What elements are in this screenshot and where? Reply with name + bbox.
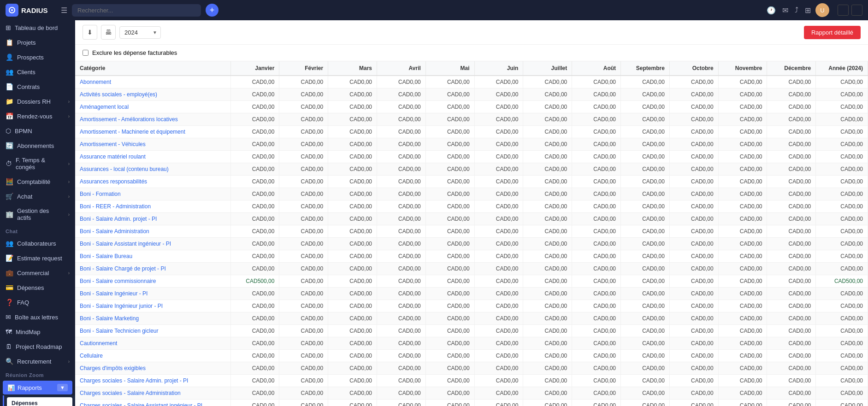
screen-icon[interactable]: ⊞ [805,6,811,15]
cell-value: CAD0,00 [572,163,621,176]
category-link[interactable]: Boni - Salaire Ingénieur - PI [80,290,148,297]
print-btn[interactable]: 🖶 [101,25,116,40]
category-link[interactable]: Boni - Salaire Bureau [80,253,132,259]
sidebar-item-rapports[interactable]: 📊 Rapports ▼ [3,381,72,394]
cell-value: CAD0,00 [279,101,328,113]
sidebar-item-estimate[interactable]: 📝 Estimate request [0,251,75,265]
category-link[interactable]: Boni - Formation [80,191,121,197]
app-logo[interactable]: RADIUS [6,4,56,17]
category-link[interactable]: Assurance matériel roulant [80,153,146,160]
category-link[interactable]: Activités sociales - employé(es) [80,91,157,98]
category-link[interactable]: Boni - Salaire Chargé de projet - PI [80,265,166,272]
cell-value: CAD0,00 [425,138,474,151]
cell-value: CAD0,00 [572,312,621,325]
sidebar-item-rendezvous[interactable]: 📅 Rendez-vous › [0,109,75,124]
category-link[interactable]: Boni - Salaire Ingénieur junior - PI [80,303,163,309]
cell-value: CAD0,00 [230,101,279,113]
download-btn[interactable]: ⬇ [83,25,97,40]
cell-value: CAD0,00 [230,400,279,406]
sidebar-sub-depenses[interactable]: Dépenses [7,397,72,406]
category-link[interactable]: Assurances responsabilités [80,178,147,185]
cell-category: Boni - Salaire Assistant ingénieur - PI [75,238,230,250]
category-link[interactable]: Amortissement - Véhicules [80,141,146,147]
category-link[interactable]: Amortissement - Améliorations locatives [80,116,178,123]
category-link[interactable]: Boni - Salaire Administration [80,228,149,235]
cell-value: CAD0,00 [328,188,377,200]
maximize-button[interactable] [851,5,862,16]
cell-category: Charges sociales - Salaire Assistant ing… [75,400,230,406]
table-row: Boni - Salaire MarketingCAD0,00CAD0,00CA… [75,312,868,325]
sidebar-item-clients[interactable]: 👥 Clients [0,65,75,79]
user-avatar[interactable]: U [815,3,829,17]
sidebar-item-mindmap[interactable]: 🗺 MindMap [0,324,75,339]
sidebar-item-bpmn[interactable]: ⬡ BPMN [0,124,75,138]
category-link[interactable]: Amortissement - Machinerie et équipement [80,129,185,135]
sidebar-item-depenses[interactable]: 💳 Dépenses [0,280,75,295]
sidebar-item-commercial[interactable]: 💼 Commercial › [0,265,75,280]
sidebar-item-projets[interactable]: 📋 Projets [0,35,75,50]
category-link[interactable]: Aménagement local [80,104,129,110]
category-link[interactable]: Boni - Salaire Admin. projet - PI [80,216,157,222]
arrow-icon: › [68,114,70,119]
cell-value: CAD0,00 [328,325,377,337]
mail-icon[interactable]: ✉ [782,6,788,15]
cell-category: Assurance matériel roulant [75,151,230,163]
cell-value: CAD0,00 [230,213,279,225]
cell-value: CAD0,00 [572,151,621,163]
cell-category: Boni - Salaire Ingénieur junior - PI [75,300,230,312]
history-icon[interactable]: 🕐 [767,6,776,15]
cell-value: CAD0,00 [572,387,621,400]
cell-value: CAD0,00 [474,325,523,337]
cell-value: CAD0,00 [669,238,718,250]
sidebar-item-tableau[interactable]: ⊞ Tableau de bord [0,20,75,35]
cell-value: CAD0,00 [279,126,328,138]
filter-checkbox[interactable] [83,50,89,56]
category-link[interactable]: Cautionnement [80,340,117,347]
category-link[interactable]: Charges sociales - Salaire Administratio… [80,390,181,396]
sidebar-item-recrutement[interactable]: 🔍 Recrutement › [0,354,75,369]
cell-category: Charges sociales - Salaire Administratio… [75,387,230,400]
category-link[interactable]: Boni - Salaire Technicien gicleur [80,328,159,334]
category-link[interactable]: Boni - REER - Administration [80,203,151,210]
sidebar-item-project-roadmap[interactable]: 🗓 Project Roadmap [0,339,75,354]
year-select[interactable]: 2024 2023 2022 [119,26,161,39]
sidebar-toggle-btn[interactable]: ☰ [61,6,67,15]
share-icon[interactable]: ⤴ [795,6,798,14]
sidebar-item-achat[interactable]: 🛒 Achat › [0,189,75,204]
sidebar-item-boite[interactable]: ✉ Boîte aux lettres [0,310,75,324]
rapports-arrow[interactable]: ▼ [57,384,68,391]
category-link[interactable]: Abonnement [80,79,111,85]
minimize-button[interactable] [838,5,849,16]
table-row: Amortissement - VéhiculesCAD0,00CAD0,00C… [75,138,868,151]
cell-value: CAD0,00 [425,225,474,238]
category-link[interactable]: Charges d'impôts exigibles [80,365,146,371]
cell-value: CAD0,00 [425,113,474,126]
sidebar-item-dossiers-rh[interactable]: 📁 Dossiers RH › [0,94,75,109]
category-link[interactable]: Charges sociales - Salaire Assistant ing… [80,402,202,406]
sidebar-item-comptabilite[interactable]: 🧮 Comptabilité › [0,174,75,189]
category-link[interactable]: Boni - Salaire commissionnaire [80,278,156,284]
cell-value: CAD0,00 [279,350,328,362]
cell-value: CAD0,00 [621,337,670,350]
category-link[interactable]: Cellulaire [80,353,103,359]
sidebar-item-label: Rendez-vous [17,113,65,120]
sidebar-item-gestion-actifs[interactable]: 🏢 Gestion des actifs › [0,204,75,225]
sidebar-item-contrats[interactable]: 📄 Contrats [0,79,75,94]
category-link[interactable]: Boni - Salaire Assistant ingénieur - PI [80,241,171,247]
search-input[interactable] [72,4,201,17]
category-link[interactable]: Assurances - local (contenu bureau) [80,166,169,172]
sidebar-item-faq[interactable]: ❓ FAQ [0,295,75,310]
category-link[interactable]: Charges sociales - Salaire Admin. projet… [80,377,188,384]
bpmn-icon: ⬡ [6,127,11,135]
sidebar-item-abonnements[interactable]: 🔄 Abonnements [0,138,75,153]
cell-value: CAD0,00 [767,362,816,375]
sidebar-item-collaborateurs[interactable]: 👥 Collaborateurs [0,236,75,251]
category-link[interactable]: Boni - Salaire Marketing [80,315,139,322]
sidebar-item-prospects[interactable]: 👤 Prospects [0,50,75,65]
rapport-detaille-button[interactable]: Rapport détaillé [804,26,861,39]
sidebar-item-f-temps[interactable]: ⏱ F. Temps & congés › [0,153,75,174]
cell-value: CAD0,00 [279,88,328,101]
add-button[interactable]: + [206,4,218,17]
cell-value: CAD0,00 [767,101,816,113]
cell-value: CAD0,00 [328,250,377,263]
